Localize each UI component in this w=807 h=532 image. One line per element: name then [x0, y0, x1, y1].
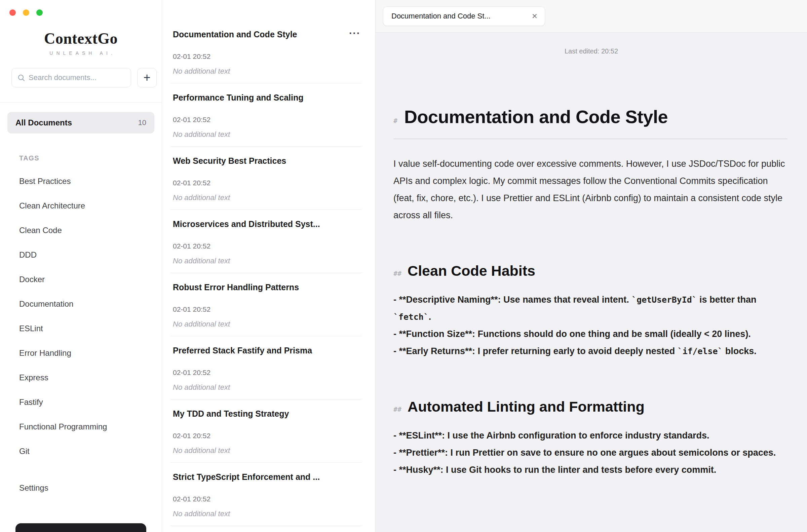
sidebar-item-all-documents[interactable]: All Documents 10: [7, 112, 154, 133]
tags-list: Best PracticesClean ArchitectureClean Co…: [0, 169, 162, 463]
document-preview: No additional text: [173, 66, 362, 76]
list-item[interactable]: Microservices and Distributed Syst...02-…: [171, 210, 362, 273]
document-date: 02-01 20:52: [173, 432, 362, 440]
document-date: 02-01 20:52: [173, 52, 362, 61]
list-item[interactable]: Strict TypeScript Enforcement and ...02-…: [171, 463, 362, 526]
sidebar-item-functional-programming[interactable]: Functional Programming: [0, 414, 162, 439]
document-title: Web Security Best Practices: [173, 155, 362, 166]
tab-bar: Documentation and Code St... ×: [376, 0, 807, 33]
document-date: 02-01 20:52: [173, 305, 362, 314]
sidebar-divider: [0, 102, 162, 102]
document-preview: No additional text: [173, 383, 362, 392]
sidebar-item-best-practices[interactable]: Best Practices: [0, 169, 162, 193]
inline-code: `getUserById`: [632, 295, 697, 305]
sidebar-item-fastify[interactable]: Fastify: [0, 390, 162, 414]
bullet-line: - **Function Size**: Functions should do…: [393, 325, 788, 343]
heading-marker: ##: [393, 405, 402, 413]
section-heading: ##Automated Linting and Formatting: [393, 398, 788, 416]
tab-title: Documentation and Code St...: [391, 12, 491, 20]
document-preview: No additional text: [173, 193, 362, 203]
close-tab-icon[interactable]: ×: [532, 12, 537, 21]
document-date: 02-01 20:52: [173, 115, 362, 124]
paragraph: I value self-documenting code over exces…: [393, 155, 788, 224]
list-item[interactable]: Documentation and Code Style02-01 20:52N…: [171, 20, 362, 83]
bullet-list: - **Descriptive Naming**: Use names that…: [393, 291, 788, 360]
inline-code: `if/else`: [677, 346, 723, 356]
bullet-list: - **ESLint**: I use the Airbnb configura…: [393, 427, 788, 478]
editor-scroll-area: Last edited: 20:52 #Documentation and Co…: [376, 33, 807, 532]
list-item[interactable]: My TDD and Testing Strategy02-01 20:52No…: [171, 399, 362, 463]
all-documents-count: 10: [138, 118, 146, 127]
document-preview: No additional text: [173, 130, 362, 139]
list-item[interactable]: Web Security Best Practices02-01 20:52No…: [171, 147, 362, 210]
document-title: Documentation and Code Style: [173, 29, 362, 40]
app-window: ContextGo UNLEASH AI. + All Documents 10…: [0, 0, 807, 532]
search-icon: [17, 74, 25, 82]
bullet-line: - **Descriptive Naming**: Use names that…: [393, 291, 788, 325]
list-item[interactable]: Performance Tuning and Scaling02-01 20:5…: [171, 83, 362, 147]
item-menu-button[interactable]: ...: [349, 25, 361, 36]
document-title: Microservices and Distributed Syst...: [173, 218, 362, 229]
bullet-line: - **ESLint**: I use the Airbnb configura…: [393, 427, 788, 444]
heading-marker: ##: [393, 269, 402, 278]
sidebar-item-express[interactable]: Express: [0, 365, 162, 390]
tab-documentation-and-code-style[interactable]: Documentation and Code St... ×: [383, 6, 545, 26]
minimize-window-button[interactable]: [23, 10, 29, 16]
zoom-window-button[interactable]: [36, 10, 43, 16]
editor-pane: Documentation and Code St... × Last edit…: [376, 0, 807, 532]
document-date: 02-01 20:52: [173, 368, 362, 377]
document-title: My TDD and Testing Strategy: [173, 408, 362, 419]
search-row: +: [12, 68, 150, 88]
sidebar-item-error-handling[interactable]: Error Handling: [0, 341, 162, 365]
sidebar-item-settings[interactable]: Settings: [19, 483, 49, 493]
bullet-line: - **Husky**: I use Git hooks to run the …: [393, 461, 788, 478]
document-date: 02-01 20:52: [173, 495, 362, 504]
sidebar: ContextGo UNLEASH AI. + All Documents 10…: [0, 0, 162, 532]
last-edited-label: Last edited: 20:52: [376, 48, 807, 55]
document-preview: No additional text: [173, 509, 362, 518]
document-title: Strict TypeScript Enforcement and ...: [173, 472, 362, 482]
bottom-toast: [16, 523, 146, 532]
document-preview: No additional text: [173, 446, 362, 455]
app-tagline: UNLEASH AI.: [0, 51, 162, 56]
search-input[interactable]: [28, 73, 126, 82]
sidebar-item-git[interactable]: Git: [0, 439, 162, 463]
list-item[interactable]: Robust Error Handling Patterns02-01 20:5…: [171, 273, 362, 336]
bullet-line: - **Prettier**: I run Prettier on save t…: [393, 444, 788, 461]
document-title: Performance Tuning and Scaling: [173, 92, 362, 103]
brand: ContextGo UNLEASH AI.: [0, 30, 162, 56]
app-logo: ContextGo: [0, 30, 162, 48]
close-window-button[interactable]: [9, 10, 16, 16]
heading-text: Automated Linting and Formatting: [407, 398, 645, 416]
all-documents-label: All Documents: [16, 118, 72, 128]
bullet-line: - **Early Returns**: I prefer returning …: [393, 343, 788, 360]
document-title: Robust Error Handling Patterns: [173, 282, 362, 292]
document-preview: No additional text: [173, 320, 362, 329]
sidebar-item-clean-architecture[interactable]: Clean Architecture: [0, 193, 162, 218]
heading-text: Clean Code Habits: [407, 262, 535, 280]
heading-text: Documentation and Code Style: [404, 106, 668, 127]
document-heading: #Documentation and Code Style: [393, 106, 788, 127]
inline-code: `fetch`: [393, 312, 429, 322]
heading-marker: #: [393, 117, 398, 125]
document-date: 02-01 20:52: [173, 178, 362, 187]
add-document-button[interactable]: +: [137, 68, 157, 88]
sidebar-item-docker[interactable]: Docker: [0, 267, 162, 291]
content-divider: [393, 138, 788, 139]
search-box[interactable]: [12, 68, 131, 88]
sidebar-item-eslint[interactable]: ESLint: [0, 316, 162, 341]
section-heading: ##Clean Code Habits: [393, 262, 788, 280]
window-controls: [9, 10, 43, 16]
document-date: 02-01 20:52: [173, 242, 362, 250]
document-preview: No additional text: [173, 256, 362, 266]
tags-section-header: TAGS: [19, 154, 162, 162]
document-list: Documentation and Code Style02-01 20:52N…: [162, 0, 376, 532]
sidebar-item-documentation[interactable]: Documentation: [0, 291, 162, 316]
document-title: Preferred Stack Fastify and Prisma: [173, 345, 362, 356]
list-item[interactable]: Preferred Stack Fastify and Prisma02-01 …: [171, 336, 362, 399]
sidebar-item-ddd[interactable]: DDD: [0, 243, 162, 267]
editor-content[interactable]: #Documentation and Code StyleI value sel…: [393, 106, 788, 478]
sidebar-item-clean-code[interactable]: Clean Code: [0, 218, 162, 243]
